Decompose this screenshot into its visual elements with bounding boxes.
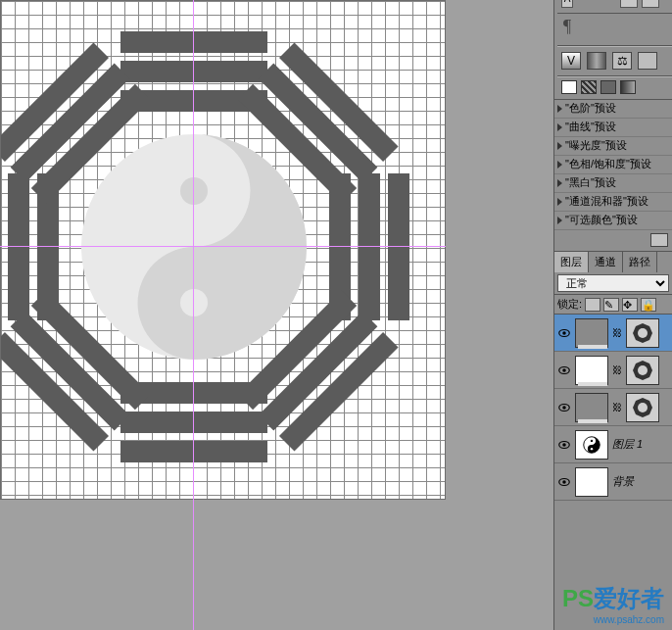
chevron-right-icon bbox=[557, 198, 562, 206]
layer-row[interactable]: ⛓ bbox=[554, 389, 672, 426]
preset-exposure[interactable]: "曝光度"预设 bbox=[554, 137, 672, 156]
adj-icon-2[interactable] bbox=[581, 80, 597, 94]
lock-row: 锁定: ✎ ✥ 🔒 bbox=[554, 295, 672, 315]
layer-name[interactable]: 背景 bbox=[612, 474, 634, 489]
svg-point-15 bbox=[562, 406, 566, 410]
chevron-right-icon bbox=[557, 161, 562, 169]
adj-icon-3[interactable] bbox=[600, 80, 616, 94]
preset-label: "可选颜色"预设 bbox=[565, 213, 638, 227]
tab-channels[interactable]: 通道 bbox=[589, 252, 623, 272]
tab-paths[interactable]: 路径 bbox=[623, 252, 657, 272]
watermark: PS爱好者 www.psahz.com bbox=[562, 583, 664, 625]
preset-label: "色相/饱和度"预设 bbox=[565, 157, 651, 171]
lock-pixels-icon[interactable]: ✎ bbox=[603, 298, 619, 312]
svg-point-19 bbox=[562, 443, 566, 447]
link-icon[interactable]: ⛓ bbox=[612, 402, 622, 412]
tool-icon-h[interactable] bbox=[638, 52, 657, 70]
layer-thumb[interactable] bbox=[575, 393, 608, 422]
layer-name[interactable]: 图层 1 bbox=[612, 437, 643, 452]
svg-point-9 bbox=[638, 328, 648, 338]
layer-thumb[interactable] bbox=[575, 318, 608, 348]
svg-point-7 bbox=[562, 331, 566, 335]
svg-point-11 bbox=[562, 368, 566, 372]
preset-selcolor[interactable]: "可选颜色"预设 bbox=[554, 212, 672, 230]
preset-curves[interactable]: "曲线"预设 bbox=[554, 119, 672, 137]
paragraph-icon[interactable]: ¶ bbox=[557, 14, 672, 43]
visibility-icon[interactable] bbox=[557, 438, 571, 452]
watermark-zh: 爱好者 bbox=[594, 585, 664, 611]
svg-point-21 bbox=[591, 439, 593, 441]
adj-icon-4[interactable] bbox=[620, 80, 636, 94]
panels: A ¶ V ⚖ "色阶"预设 "曲线"预设 "曝光度"预设 "色相/饱和度"预设… bbox=[553, 0, 672, 630]
mask-thumb[interactable] bbox=[626, 318, 659, 348]
presets-panel: "色阶"预设 "曲线"预设 "曝光度"预设 "色相/饱和度"预设 "黑白"预设 … bbox=[554, 99, 672, 251]
watermark-ps: PS bbox=[562, 585, 594, 611]
visibility-icon[interactable] bbox=[557, 401, 571, 414]
watermark-url: www.psahz.com bbox=[562, 614, 664, 625]
svg-point-13 bbox=[638, 365, 648, 375]
layer-list: ⛓ ⛓ ⛓ 图层 1 bbox=[554, 315, 672, 501]
svg-point-17 bbox=[638, 403, 648, 412]
canvas[interactable] bbox=[0, 0, 446, 500]
preset-label: "黑白"预设 bbox=[565, 175, 616, 190]
preset-hsl[interactable]: "色相/饱和度"预设 bbox=[554, 156, 672, 174]
panel-tabs: 图层 通道 路径 bbox=[554, 251, 672, 272]
preset-label: "色阶"预设 bbox=[565, 101, 616, 116]
svg-point-24 bbox=[562, 480, 566, 484]
mask-thumb[interactable] bbox=[626, 393, 659, 422]
layer-row[interactable]: 背景 bbox=[554, 463, 672, 501]
layer-row[interactable]: ⛓ bbox=[554, 352, 672, 389]
a-icon[interactable]: A bbox=[561, 0, 573, 8]
guide-horizontal[interactable] bbox=[0, 246, 446, 247]
link-icon[interactable]: ⛓ bbox=[612, 364, 622, 375]
link-icon[interactable]: ⛓ bbox=[612, 327, 622, 338]
preset-menu-icon[interactable] bbox=[650, 233, 668, 247]
blend-mode-select[interactable]: 正常 bbox=[557, 274, 669, 292]
guide-vertical[interactable] bbox=[193, 0, 194, 630]
tool-icon-gradient[interactable] bbox=[587, 52, 606, 70]
layer-row[interactable]: ⛓ bbox=[554, 315, 672, 352]
visibility-icon[interactable] bbox=[557, 363, 571, 377]
svg-point-4 bbox=[180, 177, 208, 205]
chevron-right-icon bbox=[557, 217, 562, 224]
layer-thumb[interactable] bbox=[575, 430, 608, 460]
chevron-right-icon bbox=[557, 179, 562, 187]
nav-icon-2[interactable] bbox=[642, 0, 659, 8]
preset-label: "通道混和器"预设 bbox=[565, 194, 648, 209]
preset-levels[interactable]: "色阶"预设 bbox=[554, 100, 672, 119]
chevron-right-icon bbox=[557, 105, 562, 113]
preset-label: "曝光度"预设 bbox=[565, 138, 627, 153]
visibility-icon[interactable] bbox=[557, 326, 571, 340]
lock-transparent-icon[interactable] bbox=[585, 298, 600, 312]
svg-point-5 bbox=[180, 289, 208, 316]
preset-chmix[interactable]: "通道混和器"预设 bbox=[554, 193, 672, 212]
chevron-right-icon bbox=[557, 123, 562, 131]
adj-icon-1[interactable] bbox=[561, 80, 577, 94]
layer-thumb[interactable] bbox=[575, 467, 608, 497]
preset-bw[interactable]: "黑白"预设 bbox=[554, 174, 672, 193]
layer-thumb[interactable] bbox=[575, 356, 608, 385]
chevron-right-icon bbox=[557, 142, 562, 150]
mask-thumb[interactable] bbox=[626, 356, 659, 385]
nav-icon-1[interactable] bbox=[620, 0, 638, 8]
tab-layers[interactable]: 图层 bbox=[554, 252, 589, 272]
bagua-artwork bbox=[1, 1, 422, 501]
lock-position-icon[interactable]: ✥ bbox=[622, 298, 638, 312]
lock-label: 锁定: bbox=[557, 297, 582, 312]
lock-all-icon[interactable]: 🔒 bbox=[641, 298, 656, 312]
visibility-icon[interactable] bbox=[557, 475, 571, 489]
tool-icon-v[interactable]: V bbox=[561, 52, 581, 70]
preset-label: "曲线"预设 bbox=[565, 120, 616, 134]
svg-point-22 bbox=[591, 447, 593, 449]
layer-row[interactable]: 图层 1 bbox=[554, 426, 672, 463]
tool-icon-scales[interactable]: ⚖ bbox=[612, 52, 632, 70]
